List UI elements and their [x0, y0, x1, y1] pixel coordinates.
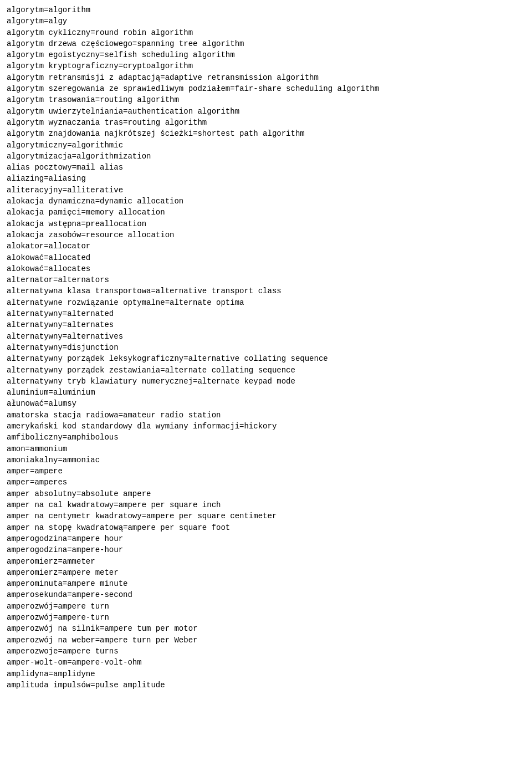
dictionary-content: algorytm=algorithm algorytm=algy algoryt… — [7, 4, 525, 691]
